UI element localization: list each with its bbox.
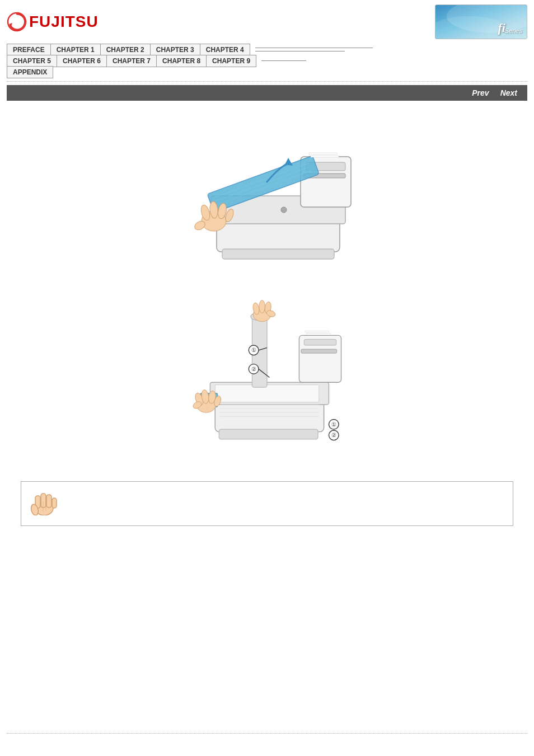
fujitsu-text: FUJITSU <box>29 13 99 31</box>
nav-preface[interactable]: PREFACE <box>7 44 51 56</box>
nav-section: PREFACE CHAPTER 1 CHAPTER 2 CHAPTER 3 CH… <box>0 44 534 78</box>
svg-rect-24 <box>309 153 337 154</box>
nav-row-1: PREFACE CHAPTER 1 CHAPTER 2 CHAPTER 3 CH… <box>7 44 250 55</box>
svg-rect-27 <box>215 385 319 402</box>
svg-rect-22 <box>222 249 334 259</box>
scanner-illustration-1 <box>161 123 373 269</box>
nav-row-2: CHAPTER 5 CHAPTER 6 CHAPTER 7 CHAPTER 8 … <box>7 55 256 67</box>
svg-marker-15 <box>285 158 293 166</box>
prev-next-bar: Prev Next <box>7 85 527 101</box>
svg-rect-53 <box>305 331 329 332</box>
svg-point-10 <box>281 207 287 213</box>
svg-rect-52 <box>307 334 330 335</box>
note-icon <box>29 487 57 520</box>
nav-line-medium <box>255 51 345 51</box>
svg-text:②: ② <box>331 432 336 438</box>
svg-rect-23 <box>311 156 339 157</box>
nav-chapter2[interactable]: CHAPTER 2 <box>100 44 151 56</box>
note-content <box>64 495 505 512</box>
svg-rect-66 <box>52 498 57 508</box>
bottom-dotted-separator <box>7 733 527 734</box>
scanner-illustration-2: ① ② <box>161 285 373 464</box>
page-header: FUJITSU fi Series <box>0 0 534 41</box>
illustration-1 <box>161 123 373 269</box>
nav-chapter3[interactable]: CHAPTER 3 <box>150 44 200 56</box>
next-button[interactable]: Next <box>497 87 521 98</box>
main-content: ① ② <box>0 101 534 537</box>
top-dotted-separator <box>7 81 527 82</box>
svg-text:①: ① <box>251 347 256 353</box>
nav-chapter5[interactable]: CHAPTER 5 <box>7 55 57 67</box>
nav-chapter4[interactable]: CHAPTER 4 <box>200 44 250 56</box>
nav-chapter6[interactable]: CHAPTER 6 <box>57 55 107 67</box>
nav-chapter9[interactable]: CHAPTER 9 <box>206 55 256 67</box>
nav-appendix[interactable]: APPENDIX <box>7 66 53 78</box>
nav-right-decoration <box>255 48 373 51</box>
svg-rect-29 <box>304 339 336 345</box>
fi-series-logo: fi Series <box>435 4 527 39</box>
caution-hand-icon <box>29 487 57 515</box>
note-box <box>21 481 513 526</box>
nav-chapter1[interactable]: CHAPTER 1 <box>50 44 101 56</box>
nav-line-short <box>261 60 306 61</box>
svg-rect-30 <box>301 349 337 353</box>
nav-line-long <box>255 48 373 48</box>
prev-button[interactable]: Prev <box>469 87 492 98</box>
nav-appendix-row: APPENDIX <box>7 66 527 78</box>
nav-chapter8[interactable]: CHAPTER 8 <box>156 55 207 67</box>
nav-chapter7[interactable]: CHAPTER 7 <box>106 55 157 67</box>
svg-text:①: ① <box>331 421 336 428</box>
fi-logo-series-text: Series <box>505 27 522 34</box>
svg-rect-51 <box>219 429 318 439</box>
svg-point-35 <box>259 300 265 313</box>
svg-rect-65 <box>46 495 51 508</box>
fujitsu-logo-icon <box>7 12 27 32</box>
svg-text:②: ② <box>251 366 256 372</box>
fujitsu-logo: FUJITSU <box>7 12 99 32</box>
illustration-2: ① ② <box>161 285 373 464</box>
nav-right-decoration-2 <box>261 60 306 61</box>
